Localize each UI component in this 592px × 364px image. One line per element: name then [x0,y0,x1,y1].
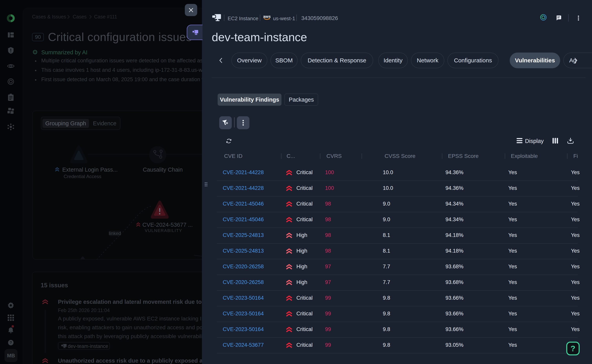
svg-text:?: ? [10,340,12,344]
svg-text:aws: aws [263,14,270,19]
